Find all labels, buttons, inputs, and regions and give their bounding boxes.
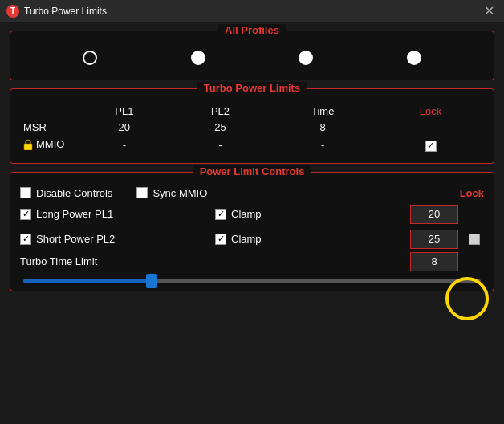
title-bar: T Turbo Power Limits ✕: [0, 0, 504, 22]
msr-label: MSR: [20, 119, 76, 136]
short-power-lock-area: [465, 234, 484, 245]
svg-rect-0: [24, 144, 32, 150]
slider-track[interactable]: [23, 279, 481, 283]
main-content: All Profiles Turbo Power Limits PL1 PL2 …: [0, 22, 504, 300]
long-power-row: Long Power PL1 Clamp: [20, 205, 484, 224]
short-power-lock-checkbox[interactable]: [469, 234, 480, 245]
long-power-checkbox[interactable]: [20, 209, 31, 220]
app-icon: T: [6, 5, 19, 18]
disable-controls-checkbox[interactable]: [20, 187, 31, 198]
long-power-clamp-checkbox[interactable]: [215, 209, 226, 220]
sync-mmio-label: Sync MMIO: [136, 187, 207, 199]
col-pl1: PL1: [76, 104, 173, 119]
profile-radio-1[interactable]: [83, 51, 97, 65]
msr-lock-cell: [377, 119, 484, 136]
profile-radio-4[interactable]: [407, 51, 421, 65]
lock-icon: [23, 139, 33, 150]
col-pl2: PL2: [173, 104, 269, 119]
power-limit-controls-panel: Power Limit Controls Disable Controls Sy…: [10, 172, 494, 292]
window-title: Turbo Power Limits: [24, 6, 107, 17]
short-power-clamp-checkbox[interactable]: [215, 234, 226, 245]
slider-fill: [23, 279, 152, 283]
turbo-time-value[interactable]: [410, 252, 458, 271]
sync-mmio-checkbox[interactable]: [136, 187, 148, 198]
tpl-table: PL1 PL2 Time Lock MSR 20 25 8: [20, 104, 484, 155]
disable-controls-label: Disable Controls: [20, 187, 112, 199]
turbo-time-row: Turbo Time Limit: [20, 252, 484, 271]
mmio-lock-checkbox[interactable]: [425, 141, 437, 152]
col-time: Time: [268, 104, 377, 119]
close-button[interactable]: ✕: [481, 3, 498, 19]
mmio-pl2: -: [173, 136, 269, 155]
short-power-clamp: Clamp: [215, 233, 404, 245]
profiles-radio-row: [20, 44, 484, 71]
msr-pl2: 25: [173, 119, 269, 136]
disable-row: Disable Controls Sync MMIO Lock: [20, 187, 484, 199]
mmio-time: -: [268, 136, 377, 155]
power-limit-controls-title: Power Limit Controls: [193, 165, 311, 177]
all-profiles-panel: All Profiles: [10, 31, 494, 80]
long-power-label: Long Power PL1: [20, 208, 209, 220]
profile-radio-2[interactable]: [191, 51, 205, 65]
turbo-time-label: Turbo Time Limit: [20, 255, 209, 267]
table-row: MSR 20 25 8: [20, 119, 484, 136]
long-power-value[interactable]: [410, 205, 458, 224]
mmio-label: MMIO: [20, 136, 76, 155]
msr-pl1: 20: [76, 119, 173, 136]
msr-time: 8: [268, 119, 377, 136]
short-power-checkbox[interactable]: [20, 234, 31, 245]
long-power-clamp: Clamp: [215, 208, 404, 220]
turbo-power-limits-panel: Turbo Power Limits PL1 PL2 Time Lock MSR…: [10, 88, 494, 164]
turbo-power-limits-title: Turbo Power Limits: [197, 82, 307, 94]
slider-thumb[interactable]: [146, 274, 157, 288]
mmio-pl1: -: [76, 136, 173, 155]
yellow-circle-annotation: [445, 277, 489, 320]
short-power-label: Short Power PL2: [20, 233, 209, 245]
mmio-lock-cell[interactable]: [377, 136, 484, 155]
short-power-row: Short Power PL2 Clamp: [20, 230, 484, 249]
all-profiles-title: All Profiles: [218, 24, 286, 36]
short-power-value[interactable]: [410, 230, 458, 249]
table-row: MMIO - - -: [20, 136, 484, 155]
slider-row: [20, 279, 484, 283]
lock-header: Lock: [231, 187, 484, 199]
col-lock: Lock: [377, 104, 484, 119]
profile-radio-3[interactable]: [299, 51, 313, 65]
